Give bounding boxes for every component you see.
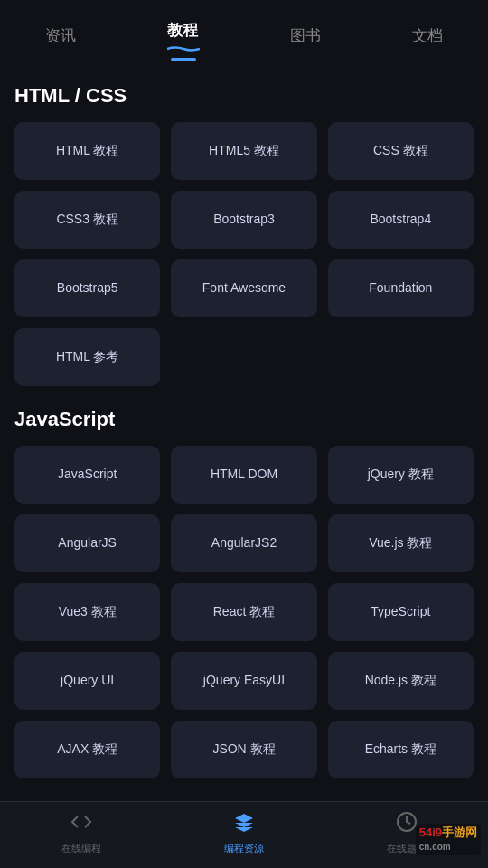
bottom-nav-label-0: 在线编程 — [61, 842, 101, 855]
book-icon — [233, 811, 255, 838]
nav-item-图书[interactable]: 图书 — [281, 22, 330, 50]
course-card-1-5[interactable]: Vue.js 教程 — [328, 514, 474, 572]
course-card-1-1[interactable]: HTML DOM — [171, 446, 316, 504]
section-title-0: HTML / CSS — [14, 84, 474, 108]
top-navigation: 资讯教程图书文档 — [0, 0, 488, 64]
bottom-nav-编程资源[interactable]: 编程资源 — [224, 811, 264, 855]
course-card-1-0[interactable]: JavaScript — [14, 446, 160, 504]
course-card-0-1[interactable]: HTML5 教程 — [171, 122, 316, 180]
course-card-1-13[interactable]: JSON 教程 — [171, 721, 316, 778]
clock-icon — [396, 811, 418, 838]
course-card-0-7[interactable]: Font Awesome — [171, 259, 316, 317]
section-title-1: JavaScript — [14, 408, 474, 431]
course-card-1-10[interactable]: jQuery EasyUI — [171, 652, 316, 710]
course-card-0-4[interactable]: Bootstrap3 — [171, 191, 316, 249]
nav-item-资讯[interactable]: 资讯 — [36, 22, 85, 50]
course-card-0-0[interactable]: HTML 教程 — [14, 122, 160, 180]
course-card-1-12[interactable]: AJAX 教程 — [14, 721, 160, 778]
bottom-nav-在线编程[interactable]: 在线编程 — [61, 811, 101, 855]
code-icon — [70, 811, 92, 838]
course-card-1-14[interactable]: Echarts 教程 — [328, 721, 474, 778]
course-card-0-8[interactable]: Foundation — [328, 259, 474, 317]
course-card-0-3[interactable]: CSS3 教程 — [14, 191, 160, 249]
course-card-1-3[interactable]: AngularJS — [14, 514, 160, 572]
course-card-1-8[interactable]: TypeScript — [328, 583, 474, 641]
course-card-0-6[interactable]: Bootstrap5 — [14, 259, 160, 317]
watermark: 54i9手游网cn.com — [416, 824, 481, 855]
course-card-1-2[interactable]: jQuery 教程 — [328, 446, 474, 504]
course-card-0-9[interactable]: HTML 参考 — [14, 328, 160, 386]
bottom-nav-label-1: 编程资源 — [224, 842, 264, 855]
course-card-0-2[interactable]: CSS 教程 — [328, 122, 474, 180]
nav-item-教程[interactable]: 教程 — [158, 16, 209, 55]
course-card-1-7[interactable]: React 教程 — [171, 583, 316, 641]
section-grid-0: HTML 教程HTML5 教程CSS 教程CSS3 教程Bootstrap3Bo… — [14, 122, 474, 386]
section-grid-1: JavaScriptHTML DOMjQuery 教程AngularJSAngu… — [14, 446, 474, 778]
main-content: HTML / CSSHTML 教程HTML5 教程CSS 教程CSS3 教程Bo… — [0, 64, 488, 868]
course-card-1-9[interactable]: jQuery UI — [14, 652, 160, 710]
course-card-1-4[interactable]: AngularJS2 — [171, 514, 316, 572]
nav-item-文档[interactable]: 文档 — [403, 22, 452, 50]
course-card-0-5[interactable]: Bootstrap4 — [328, 191, 474, 249]
course-card-1-6[interactable]: Vue3 教程 — [14, 583, 160, 641]
course-card-1-11[interactable]: Node.js 教程 — [328, 652, 474, 710]
